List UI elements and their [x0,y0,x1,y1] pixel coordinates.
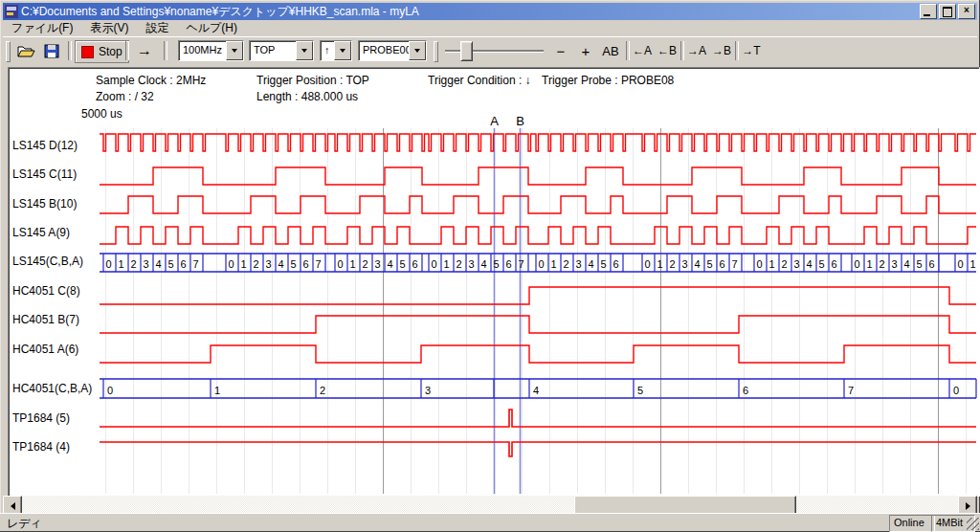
menu-bar: ファイル(F)表示(V)設定ヘルプ(H) [3,20,977,35]
menu-item-3[interactable]: ヘルプ(H) [177,19,246,37]
open-file-button[interactable] [14,40,37,61]
triangle-right-icon [966,502,974,510]
save-floppy-icon [44,44,59,58]
trigger-edge-arrow[interactable] [334,41,351,60]
trigger-probe-info: Trigger Probe : PROBE08 [542,74,674,87]
menu-item-2[interactable]: 設定 [137,19,177,37]
probe-select[interactable]: PROBE00 [358,40,427,61]
channel-label-hc4051-a: HC4051 A(6) [12,343,78,356]
toolbar-separator [735,41,739,60]
clock-select[interactable]: 100MHz [178,40,244,61]
move-right-to-a-button[interactable]: →A [685,40,708,61]
channel-label-hc4051-c: HC4051 C(8) [12,284,80,298]
sample-clock-info: Sample Clock : 2MHz [96,74,206,87]
stop-button[interactable]: Stop [75,40,129,63]
title-bar[interactable]: C:¥Documents and Settings¥noname¥デスクトップ¥… [3,3,977,20]
time-scale-label: 5000 us [81,107,122,121]
save-button[interactable] [40,40,63,61]
run-button[interactable]: → [130,40,159,61]
channel-label-tp1684-4: TP1684 (4) [12,440,70,454]
trigger-condition-info: Trigger Condition : ↓ [428,74,531,87]
maximize-button[interactable] [939,4,956,19]
toolbar-separator [626,41,630,60]
chevron-down-icon [414,49,420,55]
toolbar-gripper[interactable] [434,41,438,62]
channel-label-ls145-a: LS145 A(9) [12,226,70,239]
close-button[interactable]: × [958,4,975,19]
menu-item-0[interactable]: ファイル(F) [3,19,81,37]
trigger-position-arrow[interactable] [296,41,313,60]
channel-label-hc4051-bus: HC4051(C,B,A) [12,382,92,395]
channel-label-ls145-d: LS145 D(12) [12,139,78,152]
probe-select-arrow[interactable] [409,41,426,60]
open-folder-icon [17,44,35,58]
channel-label-ls145-c: LS145 C(11) [12,167,77,181]
window-title: C:¥Documents and Settings¥noname¥デスクトップ¥… [21,4,920,20]
waveform-client-area [8,67,980,497]
trigger-position-select[interactable]: TOP [249,40,314,61]
status-online-badge: Online [889,515,935,532]
minimize-icon [924,14,930,16]
go-to-trigger-button[interactable]: →T [740,40,763,61]
channel-label-tp1684-5: TP1684 (5) [12,411,70,425]
close-icon: × [964,5,969,15]
toolbar: Stop → 100MHz TOP ↑ PROBE00 − + AB ←A ←B [3,36,977,65]
zoom-info: Zoom : / 32 [96,90,154,103]
trigger-edge-select[interactable]: ↑ [320,40,352,61]
toolbar-separator [164,41,167,60]
chevron-down-icon [232,49,237,55]
channel-label-hc4051-b: HC4051 B(7) [12,313,79,326]
zoom-ab-button[interactable]: AB [598,40,623,61]
status-bar: レディ Online 4MBit [0,513,980,531]
toolbar-separator [68,41,72,60]
app-icon [5,5,18,18]
toolbar-gripper[interactable] [6,41,11,62]
trigger-position-info: Trigger Position : TOP [256,74,369,87]
zoom-out-button[interactable]: − [550,40,571,61]
toolbar-separator [680,41,684,60]
zoom-in-button[interactable]: + [575,40,596,61]
move-left-to-b-button[interactable]: ←B [656,40,679,61]
length-info: Length : 488.000 us [256,90,358,103]
channel-label-ls145-bus: LS145(C,B,A) [12,255,83,268]
chevron-down-icon [301,49,307,55]
run-arrow-icon: → [137,42,152,59]
toolbar-separator [125,41,129,60]
move-left-to-a-button[interactable]: ←A [631,40,654,61]
menu-item-1[interactable]: 表示(V) [81,19,137,37]
channel-label-ls145-b: LS145 B(10) [12,197,77,211]
resize-grip[interactable] [967,518,979,530]
maximize-icon [943,7,952,17]
move-right-to-b-button[interactable]: →B [710,40,733,61]
minimize-button[interactable] [920,4,937,19]
stop-icon [81,46,94,58]
triangle-left-icon [7,502,15,510]
chevron-down-icon [340,49,345,55]
status-ready-text: レディ [7,516,42,532]
clock-select-arrow[interactable] [226,41,243,60]
app-window: C:¥Documents and Settings¥noname¥デスクトップ¥… [0,0,980,532]
zoom-slider-thumb[interactable] [460,41,473,61]
horizontal-scrollbar[interactable] [3,496,977,514]
